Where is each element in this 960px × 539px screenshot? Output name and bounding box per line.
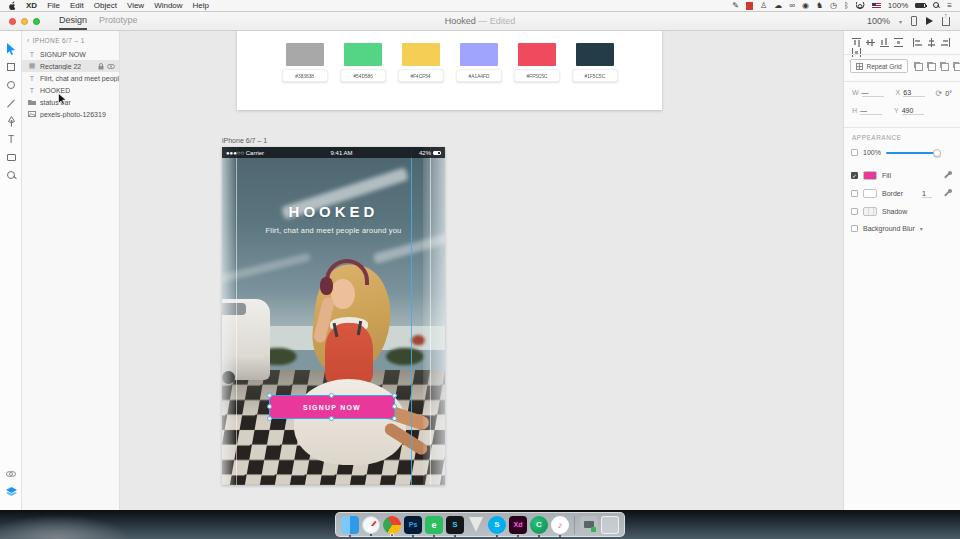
menu-file[interactable]: File	[47, 1, 60, 10]
utility-status-icon[interactable]: ♙	[760, 2, 767, 10]
opacity-checkbox[interactable]	[851, 149, 858, 156]
dock-finder-icon[interactable]	[341, 516, 359, 534]
dock-camtasia-icon[interactable]: C	[530, 516, 548, 534]
fill-checkbox[interactable]	[851, 172, 858, 179]
share-icon[interactable]	[942, 17, 950, 26]
swatch-red[interactable]	[518, 43, 556, 66]
zoom-tool[interactable]	[0, 167, 22, 183]
fill-eyedropper-icon[interactable]	[943, 171, 952, 180]
ellipse-tool[interactable]	[0, 77, 22, 93]
dock-evernote-icon[interactable]: e	[425, 516, 443, 534]
zoom-chevron-down-icon[interactable]: ▾	[899, 18, 902, 25]
align-middle-icon[interactable]	[866, 38, 875, 47]
opacity-value[interactable]: 100%	[863, 149, 881, 156]
menu-window[interactable]: Window	[154, 1, 182, 10]
swatch-gray[interactable]	[286, 43, 324, 66]
boolean-intersect-icon[interactable]	[940, 62, 949, 71]
fill-color-chip[interactable]	[863, 171, 877, 180]
swatch-dark[interactable]	[576, 43, 614, 66]
dock-itunes-icon[interactable]: ♪	[551, 516, 569, 534]
apple-icon[interactable]	[8, 1, 16, 10]
layers-panel-icon[interactable]	[0, 484, 22, 500]
align-left-icon[interactable]	[913, 38, 922, 47]
boolean-subtract-icon[interactable]	[927, 62, 936, 71]
line-tool[interactable]	[0, 95, 22, 111]
width-field[interactable]: W —	[852, 89, 884, 97]
border-width-field[interactable]: 1	[922, 190, 932, 198]
pencil-status-icon[interactable]: ✎	[732, 2, 739, 10]
bluetooth-status-icon[interactable]: ᛒ	[844, 2, 849, 10]
align-bottom-icon[interactable]	[880, 38, 889, 47]
height-field[interactable]: H —	[852, 107, 882, 115]
app-status-icon[interactable]: ♞	[816, 2, 823, 10]
background-blur-chevron-icon[interactable]: ▾	[920, 225, 923, 232]
close-window-button[interactable]	[9, 18, 16, 25]
y-field[interactable]: Y 490	[894, 107, 924, 115]
camera-status-icon[interactable]: ◉	[802, 2, 809, 10]
dock-slack-icon[interactable]: S	[446, 516, 464, 534]
menu-app-name[interactable]: XD	[26, 1, 37, 10]
zoom-window-button[interactable]	[33, 18, 40, 25]
shadow-checkbox[interactable]	[851, 208, 858, 215]
layer-row-status-bar[interactable]: status bar	[22, 96, 119, 108]
distribute-horizontal-icon[interactable]	[852, 48, 861, 57]
zoom-level[interactable]: 100%	[867, 16, 890, 26]
menu-edit[interactable]: Edit	[70, 1, 84, 10]
recording-status-icon[interactable]	[746, 2, 753, 10]
swatch-green[interactable]	[344, 43, 382, 66]
tab-design[interactable]: Design	[59, 12, 87, 30]
device-preview-icon[interactable]	[911, 16, 917, 26]
pen-tool[interactable]	[0, 113, 22, 129]
border-checkbox[interactable]	[851, 190, 858, 197]
canvas[interactable]: #383838 #54D586 #F4CF54 #A1A4FD #FF5C5C …	[120, 31, 843, 510]
layer-row-signup-now[interactable]: T SIGNUP NOW	[22, 48, 119, 60]
input-language-flag-icon[interactable]	[872, 3, 881, 9]
align-center-icon[interactable]	[927, 38, 936, 47]
lock-icon[interactable]	[98, 63, 104, 70]
border-eyedropper-icon[interactable]	[943, 189, 952, 198]
border-color-chip[interactable]	[863, 189, 877, 198]
dock-xd-icon[interactable]: Xd	[509, 516, 527, 534]
dock-installer-icon[interactable]	[580, 516, 598, 534]
wifi-status-icon[interactable]	[856, 2, 865, 9]
menu-view[interactable]: View	[127, 1, 144, 10]
back-chevron-icon[interactable]: ‹	[27, 37, 30, 44]
rotation-field[interactable]: 0°	[936, 89, 952, 98]
tab-prototype[interactable]: Prototype	[99, 12, 138, 30]
rectangle-tool[interactable]	[0, 59, 22, 75]
spotlight-search-icon[interactable]	[933, 2, 940, 9]
layer-row-hooked[interactable]: T HOOKED	[22, 84, 119, 96]
align-right-icon[interactable]	[941, 38, 950, 47]
dock-chrome-icon[interactable]	[383, 516, 401, 534]
dock-photoshop-icon[interactable]: Ps	[404, 516, 422, 534]
dock-skype-icon[interactable]: S	[488, 516, 506, 534]
align-top-icon[interactable]	[852, 38, 861, 47]
layer-row-rectangle-22[interactable]: ▦ Rectangle 22	[22, 60, 119, 72]
dock-trash-icon[interactable]	[601, 516, 619, 534]
select-tool[interactable]	[0, 41, 22, 57]
swatches-artboard[interactable]: #383838 #54D586 #F4CF54 #A1A4FD #FF5C5C …	[237, 31, 662, 110]
clock-status-icon[interactable]: ◷	[830, 2, 837, 10]
x-field[interactable]: X 63	[896, 89, 926, 97]
menu-object[interactable]: Object	[94, 1, 117, 10]
play-preview-icon[interactable]	[926, 17, 933, 25]
cloud-status-icon[interactable]: ☁	[774, 2, 782, 10]
boolean-exclude-icon[interactable]	[953, 62, 960, 71]
notification-center-icon[interactable]: ≡	[947, 2, 952, 10]
shadow-values-chip[interactable]	[863, 207, 877, 216]
artboard-tool[interactable]	[0, 149, 22, 165]
swatch-purple[interactable]	[460, 43, 498, 66]
signup-now-button[interactable]: SIGNUP NOW	[270, 396, 394, 418]
dock-cone-app-icon[interactable]	[467, 516, 485, 534]
menu-help[interactable]: Help	[193, 1, 209, 10]
minimize-window-button[interactable]	[21, 18, 28, 25]
assets-link-icon[interactable]	[0, 466, 22, 482]
eye-icon[interactable]	[107, 64, 115, 69]
repeat-grid-button[interactable]: Repeat Grid	[850, 59, 908, 73]
layer-row-pexels-photo[interactable]: pexels-photo-126319	[22, 108, 119, 120]
artboard-label[interactable]: iPhone 6/7 – 1	[222, 137, 267, 144]
opacity-slider-knob[interactable]	[933, 149, 941, 157]
spectacles-status-icon[interactable]: ∞	[789, 2, 795, 10]
distribute-vertical-icon[interactable]	[894, 38, 903, 47]
dock-safari-icon[interactable]	[362, 516, 380, 534]
